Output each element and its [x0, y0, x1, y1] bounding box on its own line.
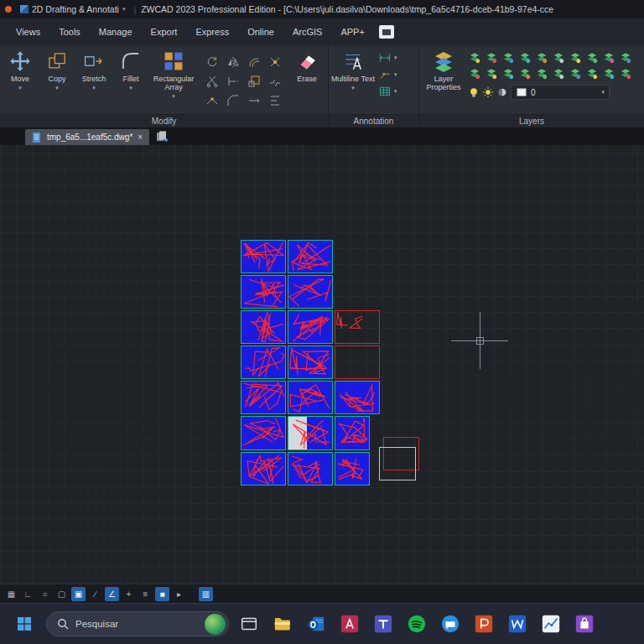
taskbar-search[interactable]: Pesquisar [46, 611, 229, 636]
ribbon-tab-views[interactable]: Views [7, 23, 49, 41]
mirror-button[interactable] [222, 52, 243, 71]
ortho-icon[interactable]: ∕ [88, 587, 102, 601]
table-button[interactable]: ▾ [376, 84, 400, 99]
drawing-canvas[interactable] [0, 145, 644, 584]
drawing-tile[interactable] [288, 310, 333, 344]
layer-lock-button[interactable] [533, 49, 550, 65]
spotify-taskbar-button[interactable] [406, 613, 428, 635]
snap-icon[interactable]: ▢ [55, 587, 69, 601]
erase-button[interactable]: Erase [288, 49, 325, 83]
rectangular-array-button[interactable]: Rectangular Array▾ [149, 49, 198, 114]
drawing-tile[interactable] [288, 452, 333, 486]
drawing-tile[interactable] [241, 381, 286, 414]
ribbon-tab-export[interactable]: Export [142, 23, 187, 41]
otrack-icon[interactable]: + [122, 587, 136, 601]
scale-button[interactable] [243, 71, 264, 91]
ribbon-tab-manage[interactable]: Manage [90, 23, 142, 41]
drawing-tile[interactable] [335, 310, 380, 344]
layer-delete-button[interactable] [500, 65, 517, 81]
window-taskbar-button[interactable] [238, 613, 260, 635]
ribbon-tab-express[interactable]: Express [186, 23, 238, 41]
annoscale-icon[interactable]: ▥ [199, 587, 213, 601]
widgets-weather-icon[interactable] [205, 614, 226, 635]
layer-dropdown[interactable]: 0 ▾ [511, 85, 610, 100]
drawing-tile[interactable] [288, 416, 333, 450]
drawing-tile[interactable] [335, 452, 370, 486]
shade-toggle[interactable] [496, 86, 508, 98]
ribbon-tab-online[interactable]: Online [238, 23, 283, 41]
fillet-button[interactable]: Fillet▾ [112, 49, 149, 114]
rotate-button[interactable] [201, 52, 222, 71]
ribbon-tab-app[interactable]: APP+ [331, 23, 373, 41]
teams-taskbar-button[interactable] [372, 613, 394, 635]
drawing-tile[interactable] [241, 452, 286, 486]
drawing-tile[interactable] [288, 275, 333, 309]
drawing-tile[interactable] [241, 240, 286, 273]
bulb-toggle[interactable] [468, 86, 480, 98]
polar-icon[interactable]: ∠ [105, 587, 119, 601]
drawing-tile[interactable] [241, 416, 286, 450]
ribbon-tab-arcgis[interactable]: ArcGIS [283, 23, 331, 41]
extend-button[interactable] [222, 71, 243, 91]
osnap-marker-icon[interactable]: ○ [38, 587, 52, 601]
layer-prev-button[interactable] [617, 49, 634, 65]
move-button[interactable]: Move▾ [2, 49, 39, 114]
drawing-tile[interactable] [241, 310, 286, 344]
layer-walk-button[interactable] [466, 65, 483, 81]
leader-button[interactable]: ▾ [376, 67, 400, 82]
multiline-text-button[interactable]: Multiline Text ▾ [330, 49, 376, 92]
drawing-tile[interactable] [288, 381, 333, 414]
drawing-tile[interactable] [335, 345, 380, 379]
powerpoint-taskbar-button[interactable] [473, 613, 495, 635]
layer-properties-button[interactable]: Layer Properties [421, 49, 466, 91]
drawing-tile[interactable] [241, 345, 286, 379]
layer-unisolate-button[interactable] [584, 49, 600, 65]
stretch-button[interactable]: Stretch▾ [75, 49, 112, 114]
align-button[interactable] [264, 91, 285, 110]
layer-thaw-button[interactable] [517, 49, 533, 65]
store-taskbar-button[interactable] [574, 613, 595, 635]
chat-taskbar-button[interactable] [439, 613, 461, 635]
workspace-switcher[interactable]: 2D Drafting & Annotati ▾ [17, 3, 128, 15]
lengthen-button[interactable] [243, 91, 264, 110]
word-taskbar-button[interactable] [506, 613, 528, 635]
sun-toggle[interactable] [482, 86, 494, 98]
layer-copy-button[interactable] [533, 65, 550, 81]
drawing-tile[interactable] [288, 345, 333, 379]
axes-icon[interactable]: ∟ [21, 587, 35, 601]
lwt-icon[interactable]: ≡ [138, 587, 153, 601]
chamfer-button[interactable] [222, 91, 243, 110]
access-taskbar-button[interactable] [339, 613, 361, 635]
layer-current-button[interactable] [517, 65, 533, 81]
trim-button[interactable] [201, 71, 222, 91]
layer-new-button[interactable] [550, 65, 567, 81]
layer-match-button[interactable] [600, 49, 617, 65]
layer-merge-button[interactable] [483, 65, 500, 81]
layer-freeze-all-button[interactable] [600, 65, 617, 81]
document-tab[interactable]: tmp_6a5...1eaf5c.dwg* × [25, 129, 149, 145]
ribbon-tab-tools[interactable]: Tools [49, 23, 90, 41]
layer-isolate-button[interactable] [567, 49, 584, 65]
layer-on-button[interactable] [466, 49, 483, 65]
drawing-tile[interactable] [335, 381, 380, 414]
dyn-input-icon[interactable]: ■ [155, 587, 169, 601]
join-button[interactable] [201, 91, 222, 110]
break-button[interactable] [264, 71, 285, 91]
close-tab-icon[interactable]: × [137, 132, 143, 142]
layer-translate-button[interactable] [584, 65, 600, 81]
layer-restore-button[interactable] [567, 65, 584, 81]
outlook-taskbar-button[interactable] [305, 613, 327, 635]
copy-button[interactable]: Copy▾ [39, 49, 75, 114]
drawing-tile[interactable] [379, 447, 416, 480]
new-tab-icon[interactable] [154, 130, 169, 143]
layer-freeze-button[interactable] [500, 49, 517, 65]
explode-button[interactable] [264, 52, 285, 71]
drawing-tile[interactable] [335, 416, 370, 450]
layer-unlock-button[interactable] [550, 49, 567, 65]
grid-icon[interactable]: ▣ [71, 587, 86, 601]
grid-display-icon[interactable]: ▦ [4, 587, 18, 601]
chart-app-taskbar-button[interactable] [540, 613, 562, 635]
linear-dim-button[interactable]: ▾ [376, 50, 400, 65]
panel-toggle-icon[interactable] [379, 25, 394, 39]
start-button[interactable] [12, 611, 37, 636]
